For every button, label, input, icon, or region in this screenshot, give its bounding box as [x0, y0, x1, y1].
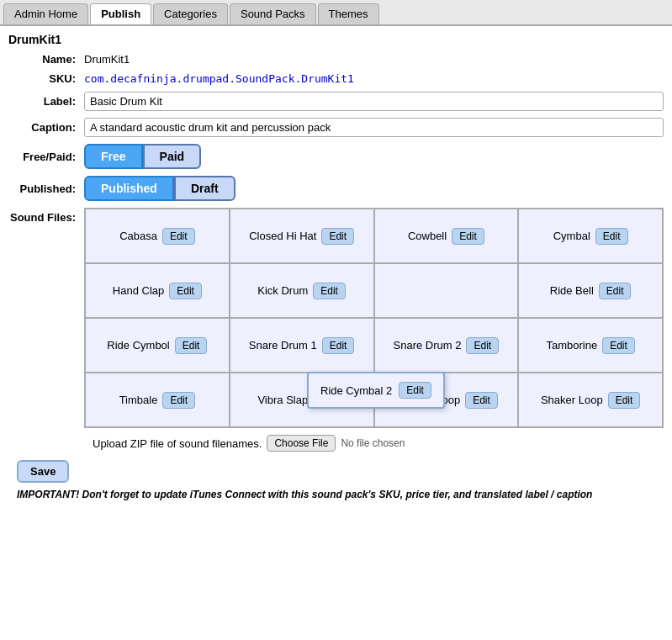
free-paid-toggle: Free Paid: [84, 144, 201, 169]
name-row: Name: DrumKit1: [8, 53, 664, 66]
tab-categories[interactable]: Categories: [153, 3, 228, 24]
sound-cell-name: Closed Hi Hat: [249, 230, 316, 242]
sound-cell: Snare Drum 1Edit: [230, 318, 374, 373]
sound-cell-edit-button[interactable]: Edit: [175, 337, 208, 354]
tab-bar: Admin Home Publish Categories Sound Pack…: [0, 0, 672, 26]
caption-label: Caption:: [8, 121, 84, 134]
upload-row: Upload ZIP file of sound filenames. Choo…: [93, 435, 664, 452]
sound-cell: Ride CymbolEdit: [85, 318, 230, 373]
sound-cell-name: Snare Drum 2: [394, 339, 462, 352]
draft-button[interactable]: Draft: [174, 176, 235, 201]
sound-cell-edit-button[interactable]: Edit: [595, 228, 628, 245]
floating-ride-cymbal-card: Ride Cymbal 2 Edit: [307, 372, 445, 409]
tab-admin-home[interactable]: Admin Home: [3, 3, 88, 24]
important-note: IMPORTANT! Don't forget to update iTunes…: [17, 489, 592, 500]
sound-cell: CabasaEdit: [85, 209, 230, 263]
label-row: Label:: [8, 92, 664, 111]
paid-button[interactable]: Paid: [143, 144, 202, 169]
label-label: Label:: [8, 95, 84, 108]
sound-cell-edit-button[interactable]: Edit: [466, 337, 499, 354]
sound-cell: [374, 263, 519, 318]
sound-cell-edit-button[interactable]: Edit: [322, 337, 355, 354]
sound-cell-edit-button[interactable]: Edit: [169, 283, 202, 299]
name-label: Name:: [8, 53, 84, 66]
sound-cell: CowbellEdit: [374, 209, 519, 263]
label-input-wrapper: [84, 92, 664, 111]
upload-text: Upload ZIP file of sound filenames.: [93, 437, 262, 450]
sound-cell: Kick DrumEdit: [230, 263, 374, 318]
page-content: DrumKit1 Name: DrumKit1 SKU: com.decafni…: [0, 26, 672, 507]
sound-cell-name: Snare Drum 1: [249, 339, 317, 352]
save-button[interactable]: Save: [17, 460, 69, 483]
sound-cell-name: Kick Drum: [257, 284, 308, 297]
caption-input[interactable]: [84, 118, 664, 137]
sound-cell: Shaker LoopEdit: [518, 373, 663, 427]
sound-cell-name: Hand Clap: [113, 284, 164, 297]
published-label: Published:: [8, 182, 84, 195]
sku-row: SKU: com.decafninja.drumpad.SoundPack.Dr…: [8, 72, 664, 85]
sku-value: com.decafninja.drumpad.SoundPack.DrumKit…: [84, 72, 664, 85]
tab-publish[interactable]: Publish: [90, 3, 151, 24]
caption-input-wrapper: [84, 118, 664, 137]
sound-files-label: Sound Files:: [8, 208, 84, 224]
sound-cell: CymbalEdit: [518, 209, 663, 263]
free-button[interactable]: Free: [84, 144, 143, 169]
sound-cell: TamborineEdit: [518, 318, 663, 373]
sound-cell: Ride BellEdit: [518, 263, 663, 318]
sound-cell-edit-button[interactable]: Edit: [313, 283, 346, 299]
sound-cell: Snare Drum 2Edit: [374, 318, 519, 373]
sound-cell-name: Tamborine: [546, 339, 597, 352]
sound-cell-edit-button[interactable]: Edit: [162, 228, 195, 245]
choose-file-button[interactable]: Choose File: [267, 435, 336, 452]
tab-themes[interactable]: Themes: [318, 3, 379, 24]
published-row: Published: Published Draft: [8, 176, 664, 201]
sound-cell-edit-button[interactable]: Edit: [321, 228, 354, 245]
sound-cell-edit-button[interactable]: Edit: [465, 392, 498, 409]
sound-cell-edit-button[interactable]: Edit: [452, 228, 484, 245]
floating-card-edit-button[interactable]: Edit: [399, 382, 431, 399]
sound-cell-name: Timbale: [119, 394, 158, 406]
free-paid-label: Free/Paid:: [8, 151, 84, 163]
name-value: DrumKit1: [84, 53, 664, 66]
sound-files-row: Sound Files: CabasaEditClosed Hi HatEdit…: [8, 208, 664, 428]
sound-cell-edit-button[interactable]: Edit: [599, 283, 632, 299]
sound-cell-name: Ride Cymbol: [107, 339, 169, 352]
free-paid-row: Free/Paid: Free Paid: [8, 144, 664, 169]
sku-label: SKU:: [8, 72, 84, 85]
tab-sound-packs[interactable]: Sound Packs: [230, 3, 316, 24]
sound-cell-name: Cymbal: [553, 230, 590, 242]
sound-cell-edit-button[interactable]: Edit: [602, 337, 635, 354]
sound-cell: TimbaleEdit: [85, 373, 230, 427]
sound-cell-name: Vibra Slap: [257, 394, 308, 406]
published-button[interactable]: Published: [84, 176, 174, 201]
floating-card-name: Ride Cymbal 2: [320, 384, 392, 397]
label-input[interactable]: [84, 92, 664, 111]
sound-cell-name: Cabasa: [119, 230, 157, 242]
published-toggle: Published Draft: [84, 176, 235, 201]
page-title: DrumKit1: [8, 33, 664, 46]
sound-cell-edit-button[interactable]: Edit: [162, 392, 195, 409]
sound-cell-name: Shaker Loop: [541, 394, 603, 406]
caption-row: Caption:: [8, 118, 664, 137]
sound-grid-container: CabasaEditClosed Hi HatEditCowbellEditCy…: [84, 208, 664, 428]
sound-cell-name: Ride Bell: [550, 284, 594, 297]
no-file-label: No file chosen: [341, 437, 405, 449]
sound-cell-name: Cowbell: [408, 230, 447, 242]
sound-cell: Closed Hi HatEdit: [230, 209, 374, 263]
sound-cell-edit-button[interactable]: Edit: [608, 392, 641, 409]
sound-cell: Hand ClapEdit: [85, 263, 230, 318]
